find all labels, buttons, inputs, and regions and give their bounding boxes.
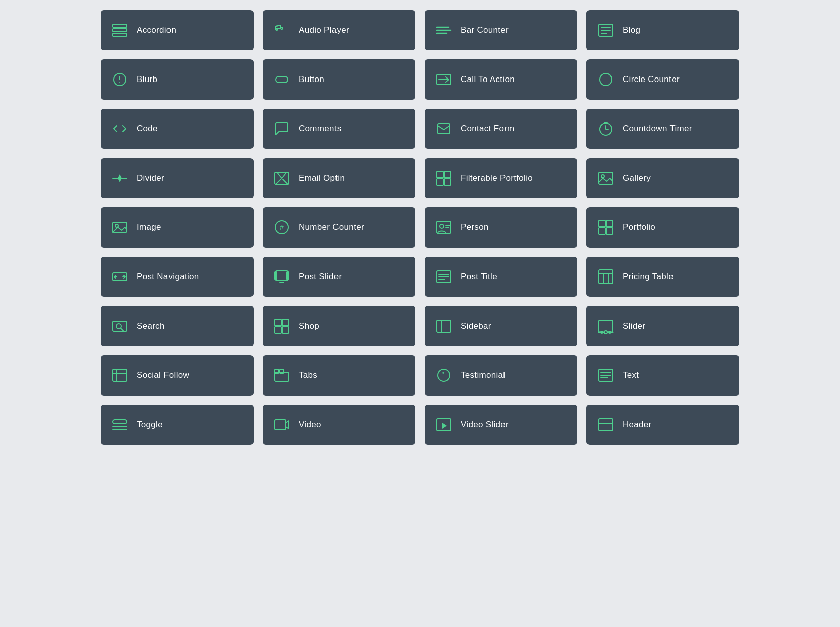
widget-testimonial[interactable]: "Testimonial xyxy=(425,355,577,396)
widget-label-slider: Slider xyxy=(623,321,645,331)
widget-label-comments: Comments xyxy=(299,124,342,134)
svg-line-5 xyxy=(276,25,281,26)
widget-accordion[interactable]: Accordion xyxy=(101,10,254,50)
widget-label-toggle: Toggle xyxy=(137,420,163,430)
widget-post-navigation[interactable]: Post Navigation xyxy=(101,257,254,297)
widget-person[interactable]: Person xyxy=(425,207,577,248)
svg-rect-1 xyxy=(113,29,127,32)
widget-sidebar[interactable]: Sidebar xyxy=(425,306,577,346)
blurb-icon xyxy=(111,70,129,89)
widget-label-gallery: Gallery xyxy=(623,173,651,183)
svg-point-15 xyxy=(119,82,120,83)
svg-rect-89 xyxy=(599,419,613,431)
widget-portfolio[interactable]: Portfolio xyxy=(586,207,739,248)
svg-marker-24 xyxy=(118,174,122,182)
shop-icon xyxy=(273,317,291,335)
search-icon xyxy=(111,317,129,335)
widget-number-counter[interactable]: #Number Counter xyxy=(263,207,415,248)
svg-text:#: # xyxy=(280,223,284,231)
svg-rect-40 xyxy=(599,220,605,227)
widget-label-testimonial: Testimonial xyxy=(461,370,505,380)
widget-label-video-slider: Video Slider xyxy=(461,420,509,430)
bar-counter-icon xyxy=(435,21,453,39)
number-counter-icon: # xyxy=(273,218,291,237)
widget-label-circle-counter: Circle Counter xyxy=(623,74,680,85)
svg-point-31 xyxy=(601,175,604,178)
widget-video[interactable]: Video xyxy=(263,405,415,445)
widget-label-button: Button xyxy=(299,74,324,85)
widget-tabs[interactable]: Tabs xyxy=(263,355,415,396)
header-icon xyxy=(597,416,615,434)
widget-video-slider[interactable]: Video Slider xyxy=(425,405,577,445)
widget-label-divider: Divider xyxy=(137,173,164,183)
testimonial-icon: " xyxy=(435,366,453,384)
svg-rect-16 xyxy=(276,76,288,83)
widget-blurb[interactable]: Blurb xyxy=(101,59,254,100)
widget-header[interactable]: Header xyxy=(586,405,739,445)
call-to-action-icon xyxy=(435,70,453,89)
svg-rect-86 xyxy=(275,420,286,430)
widget-label-accordion: Accordion xyxy=(137,25,176,35)
svg-rect-62 xyxy=(275,327,281,333)
widget-countdown-timer[interactable]: Countdown Timer xyxy=(586,109,739,149)
widget-divider[interactable]: Divider xyxy=(101,158,254,198)
video-icon xyxy=(273,416,291,434)
widget-email-optin[interactable]: Email Optin xyxy=(263,158,415,198)
widget-pricing-table[interactable]: Pricing Table xyxy=(586,257,739,297)
text-icon xyxy=(597,366,615,384)
widget-post-title[interactable]: Post Title xyxy=(425,257,577,297)
widget-contact-form[interactable]: Contact Form xyxy=(425,109,577,149)
widget-button[interactable]: Button xyxy=(263,59,415,100)
widget-gallery[interactable]: Gallery xyxy=(586,158,739,198)
widget-comments[interactable]: Comments xyxy=(263,109,415,149)
tabs-icon xyxy=(273,366,291,384)
svg-rect-28 xyxy=(437,179,443,185)
widget-image[interactable]: Image xyxy=(101,207,254,248)
button-icon xyxy=(273,70,291,89)
filterable-portfolio-icon xyxy=(435,169,453,187)
svg-rect-60 xyxy=(275,319,281,326)
widget-label-call-to-action: Call To Action xyxy=(461,74,515,85)
widget-search[interactable]: Search xyxy=(101,306,254,346)
contact-form-icon xyxy=(435,120,453,138)
widget-bar-counter[interactable]: Bar Counter xyxy=(425,10,577,50)
widget-label-pricing-table: Pricing Table xyxy=(623,272,674,282)
svg-point-69 xyxy=(604,331,607,334)
portfolio-icon xyxy=(597,218,615,237)
widget-text[interactable]: Text xyxy=(586,355,739,396)
comments-icon xyxy=(273,120,291,138)
code-icon xyxy=(111,120,129,138)
widget-call-to-action[interactable]: Call To Action xyxy=(425,59,577,100)
svg-rect-0 xyxy=(113,24,127,27)
widget-label-person: Person xyxy=(461,222,489,232)
widget-slider[interactable]: Slider xyxy=(586,306,739,346)
widget-social-follow[interactable]: Social Follow xyxy=(101,355,254,396)
svg-rect-53 xyxy=(599,270,613,284)
widget-label-contact-form: Contact Form xyxy=(461,124,515,134)
svg-rect-43 xyxy=(606,228,613,234)
widget-label-video: Video xyxy=(299,420,321,430)
email-optin-icon xyxy=(273,169,291,187)
widget-post-slider[interactable]: Post Slider xyxy=(263,257,415,297)
svg-marker-88 xyxy=(442,423,447,429)
svg-rect-57 xyxy=(113,321,127,331)
pricing-table-icon xyxy=(597,268,615,286)
svg-rect-20 xyxy=(438,124,450,134)
widget-label-blurb: Blurb xyxy=(137,74,157,85)
widget-circle-counter[interactable]: Circle Counter xyxy=(586,59,739,100)
widget-label-image: Image xyxy=(137,222,161,232)
svg-rect-63 xyxy=(282,327,289,333)
widget-audio-player[interactable]: Audio Player xyxy=(263,10,415,50)
widget-label-post-navigation: Post Navigation xyxy=(137,272,199,282)
widget-label-post-slider: Post Slider xyxy=(299,272,342,282)
widget-shop[interactable]: Shop xyxy=(263,306,415,346)
widget-filterable-portfolio[interactable]: Filterable Portfolio xyxy=(425,158,577,198)
widget-label-countdown-timer: Countdown Timer xyxy=(623,124,692,134)
svg-rect-61 xyxy=(282,319,289,326)
widget-code[interactable]: Code xyxy=(101,109,254,149)
widget-blog[interactable]: Blog xyxy=(586,10,739,50)
widget-grid: AccordionAudio PlayerBar CounterBlogBlur… xyxy=(101,10,739,445)
svg-point-68 xyxy=(600,331,603,334)
widget-label-number-counter: Number Counter xyxy=(299,222,364,232)
widget-toggle[interactable]: Toggle xyxy=(101,405,254,445)
